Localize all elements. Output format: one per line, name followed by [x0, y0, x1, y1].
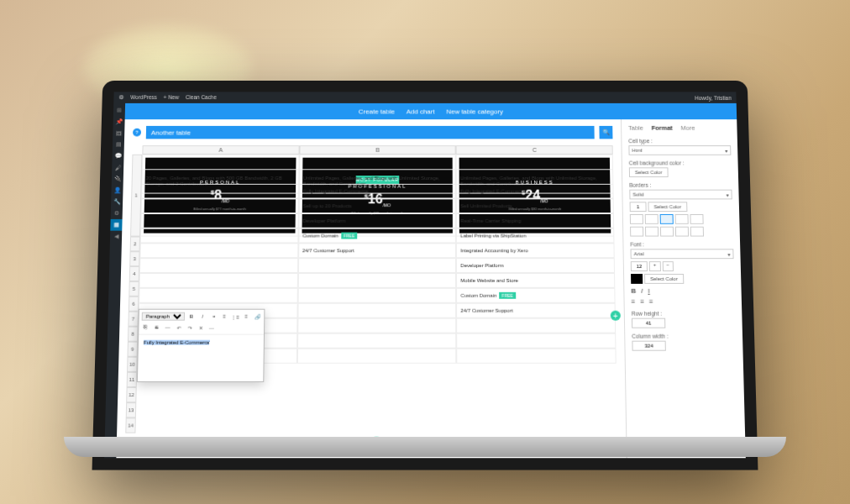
col-header-c[interactable]: C: [456, 145, 613, 155]
border-color-button[interactable]: Select Color: [648, 202, 687, 212]
row-label[interactable]: 5: [129, 281, 139, 297]
cell[interactable]: [140, 228, 298, 244]
cell[interactable]: Sell up to 20 Products: [298, 198, 456, 213]
font-size-down[interactable]: −: [662, 261, 674, 271]
pages-icon[interactable]: ▤: [113, 139, 124, 150]
cell[interactable]: [297, 273, 456, 288]
border-vertical-icon[interactable]: [690, 227, 704, 237]
plugins-icon[interactable]: 🔌: [112, 173, 123, 185]
font-size-input[interactable]: [631, 261, 648, 271]
cell[interactable]: [297, 318, 457, 333]
tab-table[interactable]: Table: [628, 124, 643, 132]
col-header-a[interactable]: A: [142, 145, 299, 155]
border-top-icon[interactable]: [630, 227, 643, 237]
cell[interactable]: [296, 349, 456, 364]
cell[interactable]: [139, 243, 298, 258]
border-all-icon[interactable]: [645, 214, 658, 224]
row-label[interactable]: 10: [127, 357, 138, 372]
row-label[interactable]: 8: [128, 327, 139, 342]
add-chart-link[interactable]: Add chart: [407, 108, 435, 115]
row-label[interactable]: 6: [129, 297, 139, 312]
border-outer-icon[interactable]: [660, 214, 674, 224]
italic-toggle[interactable]: I: [641, 287, 643, 295]
align-right-toggle[interactable]: ≡: [649, 298, 653, 306]
border-none-icon[interactable]: [630, 214, 643, 224]
font-color-button[interactable]: Select Color: [644, 274, 684, 284]
row-label[interactable]: 14: [125, 417, 136, 433]
unlink-icon[interactable]: ⛓: [141, 323, 150, 332]
font-size-up[interactable]: +: [649, 261, 661, 271]
bold-toggle[interactable]: B: [631, 287, 636, 295]
ol-icon[interactable]: ⋮≡: [231, 312, 239, 321]
border-style-select[interactable]: Solid▾: [629, 190, 732, 200]
redo-icon[interactable]: ↷: [186, 323, 194, 332]
settings-icon[interactable]: ⚙: [111, 207, 123, 219]
link-icon[interactable]: 🔗: [253, 312, 261, 321]
quote-icon[interactable]: ❝: [209, 312, 218, 321]
border-horizontal-icon[interactable]: [690, 214, 703, 224]
create-table-link[interactable]: Create table: [359, 108, 395, 115]
row-label[interactable]: 3: [129, 251, 139, 266]
wp-site-name[interactable]: WordPress: [130, 94, 157, 101]
cell[interactable]: [139, 288, 297, 303]
bold-icon[interactable]: B: [187, 312, 196, 321]
border-inner-icon[interactable]: [675, 214, 689, 224]
row-label[interactable]: 9: [128, 342, 139, 357]
tab-more[interactable]: More: [681, 124, 695, 132]
cell[interactable]: Fully Integrated E-Commerce: [456, 184, 614, 199]
bg-color-button[interactable]: Select Color: [629, 167, 669, 177]
col-width-input[interactable]: [632, 341, 665, 351]
align-left-icon[interactable]: ≡: [242, 312, 250, 321]
cell[interactable]: 24/7 Customer Support: [456, 303, 615, 318]
search-icon[interactable]: 🔍: [599, 126, 612, 139]
row-label[interactable]: 4: [129, 266, 139, 281]
wp-howdy[interactable]: Howdy, Tristian: [695, 95, 731, 101]
cell[interactable]: Label Printing via ShipStation: [456, 228, 614, 244]
cell[interactable]: [297, 333, 457, 349]
tab-format[interactable]: Format: [652, 124, 673, 132]
tables-icon[interactable]: ▦: [110, 219, 122, 231]
wp-new[interactable]: + New: [164, 94, 180, 101]
cell[interactable]: Real-Time Carrier Shipping: [456, 213, 614, 228]
cell[interactable]: [139, 258, 298, 273]
comments-icon[interactable]: 💬: [112, 150, 123, 162]
clear-icon[interactable]: ✕: [197, 323, 205, 332]
row-label[interactable]: 7: [128, 312, 138, 327]
border-right-icon[interactable]: [675, 227, 689, 237]
row-label[interactable]: 12: [126, 387, 137, 402]
wp-logo[interactable]: ⚙: [118, 94, 123, 101]
cell[interactable]: Custom DomainFREE: [456, 288, 615, 303]
row-label[interactable]: 2: [130, 237, 140, 252]
cell[interactable]: [298, 258, 457, 273]
users-icon[interactable]: 👤: [111, 185, 123, 197]
cell[interactable]: [141, 198, 299, 213]
align-center-toggle[interactable]: ≡: [640, 298, 644, 306]
cell[interactable]: Fully Integrated E-Commerce: [299, 184, 457, 199]
cell[interactable]: [140, 213, 298, 228]
cell[interactable]: [457, 349, 617, 364]
add-column-button[interactable]: +: [611, 311, 621, 321]
cell[interactable]: [139, 273, 298, 288]
posts-icon[interactable]: 📌: [113, 116, 125, 128]
appearance-icon[interactable]: 🖌: [112, 162, 123, 174]
cell[interactable]: Mobile Website and Store: [456, 273, 615, 288]
cell[interactable]: [297, 288, 456, 303]
hr-icon[interactable]: ―: [163, 323, 171, 332]
cell[interactable]: Custom DomainFREE: [298, 228, 456, 244]
table-name-input[interactable]: [146, 126, 595, 139]
border-width-input[interactable]: [630, 202, 647, 212]
help-icon[interactable]: ?: [133, 129, 141, 137]
font-select[interactable]: Arial▾: [631, 249, 734, 259]
paragraph-select[interactable]: Paragraph: [142, 312, 185, 321]
align-left-toggle[interactable]: ≡: [632, 298, 636, 306]
cell-type-select[interactable]: Html▾: [628, 145, 731, 155]
dashboard-icon[interactable]: ⊞: [113, 105, 125, 116]
cell[interactable]: [457, 333, 617, 349]
row-label[interactable]: 11: [127, 372, 138, 387]
underline-toggle[interactable]: I: [648, 287, 649, 295]
media-icon[interactable]: 🖼: [113, 128, 124, 139]
ul-icon[interactable]: ≡: [220, 312, 228, 321]
border-left-icon[interactable]: [660, 227, 674, 237]
cell[interactable]: [141, 184, 299, 199]
col-header-b[interactable]: B: [299, 145, 456, 155]
